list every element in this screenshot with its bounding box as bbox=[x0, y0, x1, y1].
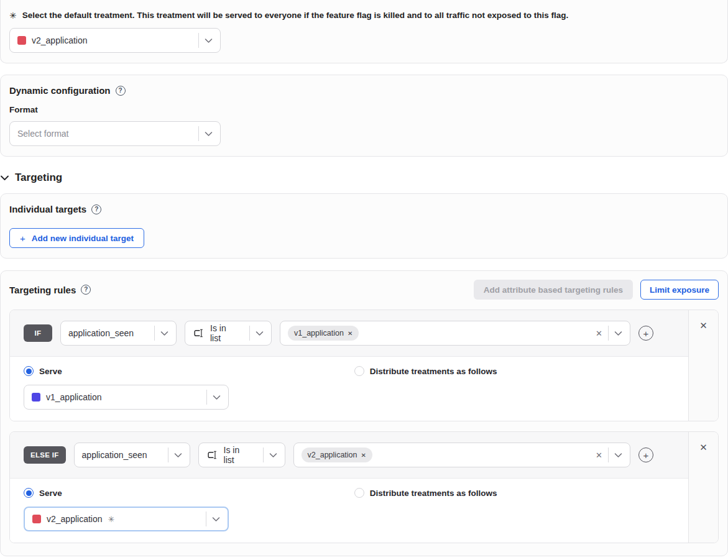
rule-2-attribute-value: application_seen bbox=[82, 450, 147, 460]
rule-2-condition-row: ELSE IF application_seen Is in list bbox=[10, 432, 688, 479]
individual-targets-title-row: Individual targets ? bbox=[9, 204, 719, 214]
format-label: Format bbox=[9, 105, 719, 114]
radio-unselected-icon[interactable] bbox=[354, 366, 364, 376]
rule-2-serve-treatment-value: v2_application bbox=[47, 514, 103, 524]
string-type-icon bbox=[193, 328, 205, 338]
rule-2-serve-treatment-select[interactable]: v2_application ✳ bbox=[24, 507, 229, 531]
targeting-section-header[interactable]: Targeting bbox=[0, 172, 728, 184]
chevron-down-icon bbox=[614, 331, 622, 336]
plus-icon: + bbox=[20, 233, 25, 244]
radio-unselected-icon[interactable] bbox=[354, 488, 364, 498]
rule-2-matcher-select[interactable]: Is in list bbox=[198, 443, 285, 467]
rule-1-values-input[interactable]: v1_application ✕ ✕ bbox=[280, 321, 630, 346]
rule-1-matcher-value: Is in list bbox=[210, 323, 238, 343]
add-attribute-rules-button[interactable]: Add attribute based targeting rules bbox=[474, 280, 633, 300]
rule-1-serve-treatment-select[interactable]: v1_application bbox=[24, 385, 229, 410]
chevron-down-icon bbox=[256, 331, 264, 336]
default-treatment-indicator-icon: ✳ bbox=[108, 515, 115, 524]
select-divider bbox=[154, 326, 155, 341]
add-condition-button[interactable]: + bbox=[638, 326, 653, 341]
treatment-color-swatch bbox=[32, 393, 40, 402]
select-divider bbox=[168, 448, 168, 462]
chevron-down-icon[interactable] bbox=[0, 175, 9, 181]
individual-targets-title: Individual targets bbox=[9, 204, 86, 214]
individual-targets-card: Individual targets ? + Add new individua… bbox=[0, 193, 728, 259]
serve-radio-option[interactable]: Serve bbox=[24, 488, 62, 498]
targeting-rule-2: ELSE IF application_seen Is in list bbox=[9, 431, 719, 543]
targeting-rule-1: IF application_seen Is in list bbox=[9, 310, 719, 421]
rule-1-condition-row: IF application_seen Is in list bbox=[10, 310, 688, 357]
add-condition-button[interactable]: + bbox=[638, 448, 653, 462]
select-divider bbox=[608, 326, 609, 341]
select-divider bbox=[206, 390, 207, 405]
rule-1-side-column: ✕ bbox=[688, 310, 718, 421]
chevron-down-icon bbox=[205, 38, 213, 44]
treatment-color-swatch bbox=[17, 36, 26, 45]
feature-flag-settings-page: ✳ Select the default treatment. This tre… bbox=[0, 0, 728, 560]
rule-1-serve-options: Serve Distribute treatments as follows bbox=[24, 366, 675, 376]
serve-option-label: Serve bbox=[39, 367, 62, 376]
default-asterisk-icon: ✳ bbox=[9, 10, 17, 21]
distribute-radio-option[interactable]: Distribute treatments as follows bbox=[354, 366, 497, 376]
clear-values-icon[interactable]: ✕ bbox=[596, 451, 602, 460]
rule-2-attribute-select[interactable]: application_seen bbox=[74, 443, 190, 467]
treatment-color-swatch bbox=[32, 515, 41, 523]
clear-values-icon[interactable]: ✕ bbox=[596, 329, 602, 338]
add-individual-target-label: Add new individual target bbox=[32, 234, 134, 243]
targeting-rules-title-row: Targeting rules ? bbox=[9, 285, 91, 295]
default-treatment-select[interactable]: v2_application bbox=[9, 28, 221, 53]
tag-remove-icon[interactable]: ✕ bbox=[348, 330, 352, 337]
rule-2-serve-options: Serve Distribute treatments as follows bbox=[24, 488, 675, 498]
select-divider bbox=[249, 326, 250, 341]
select-divider bbox=[198, 33, 199, 48]
limit-exposure-button[interactable]: Limit exposure bbox=[640, 280, 719, 300]
distribute-option-label: Distribute treatments as follows bbox=[370, 367, 497, 376]
default-treatment-card: ✳ Select the default treatment. This tre… bbox=[0, 0, 728, 63]
format-select-placeholder: Select format bbox=[17, 129, 68, 139]
rule-1-attribute-value: application_seen bbox=[68, 328, 134, 338]
rule-2-side-column: ✕ bbox=[688, 432, 718, 543]
distribute-radio-option[interactable]: Distribute treatments as follows bbox=[354, 488, 497, 498]
delete-rule-button[interactable]: ✕ bbox=[699, 442, 707, 453]
distribute-option-label: Distribute treatments as follows bbox=[370, 489, 497, 498]
select-divider bbox=[206, 512, 206, 526]
value-tag: v2_application ✕ bbox=[302, 448, 372, 462]
rule-1-matcher-select[interactable]: Is in list bbox=[185, 321, 272, 346]
rule-2-condition-badge: ELSE IF bbox=[24, 446, 66, 464]
dynamic-configuration-card: Dynamic configuration ? Format Select fo… bbox=[0, 75, 728, 157]
default-treatment-value: v2_application bbox=[32, 35, 88, 45]
help-icon[interactable]: ? bbox=[91, 204, 101, 214]
targeting-rules-card: Targeting rules ? Add attribute based ta… bbox=[0, 270, 728, 556]
rule-2-matcher-value: Is in list bbox=[224, 445, 252, 465]
rule-1-attribute-select[interactable]: application_seen bbox=[60, 321, 177, 346]
default-treatment-description-row: ✳ Select the default treatment. This tre… bbox=[9, 10, 719, 21]
serve-radio-option[interactable]: Serve bbox=[24, 366, 62, 376]
radio-selected-icon[interactable] bbox=[24, 488, 34, 498]
chevron-down-icon bbox=[213, 395, 221, 400]
value-tag: v1_application ✕ bbox=[288, 326, 359, 341]
string-type-icon bbox=[206, 450, 218, 460]
chevron-down-icon bbox=[160, 331, 168, 336]
help-icon[interactable]: ? bbox=[116, 86, 126, 96]
dynamic-configuration-title: Dynamic configuration bbox=[9, 85, 111, 96]
chevron-down-icon bbox=[174, 452, 182, 458]
delete-rule-button[interactable]: ✕ bbox=[699, 320, 707, 331]
rule-1-serve-treatment-value: v1_application bbox=[46, 392, 102, 402]
serve-option-label: Serve bbox=[39, 489, 62, 498]
rule-2-serve-section: Serve Distribute treatments as follows v… bbox=[10, 479, 688, 543]
radio-selected-icon[interactable] bbox=[24, 366, 34, 376]
rule-1-condition-badge: IF bbox=[24, 324, 52, 342]
value-tag-label: v2_application bbox=[308, 451, 357, 459]
tag-remove-icon[interactable]: ✕ bbox=[361, 452, 366, 459]
chevron-down-icon bbox=[205, 131, 213, 137]
select-divider bbox=[263, 448, 264, 462]
select-divider bbox=[198, 126, 199, 141]
format-select[interactable]: Select format bbox=[9, 121, 221, 146]
targeting-section-title: Targeting bbox=[15, 172, 62, 184]
default-treatment-description: Select the default treatment. This treat… bbox=[22, 10, 568, 21]
chevron-down-icon bbox=[212, 516, 220, 522]
add-individual-target-button[interactable]: + Add new individual target bbox=[9, 228, 144, 248]
value-tag-label: v1_application bbox=[294, 329, 344, 337]
help-icon[interactable]: ? bbox=[81, 285, 91, 295]
rule-2-values-input[interactable]: v2_application ✕ ✕ bbox=[293, 443, 630, 467]
